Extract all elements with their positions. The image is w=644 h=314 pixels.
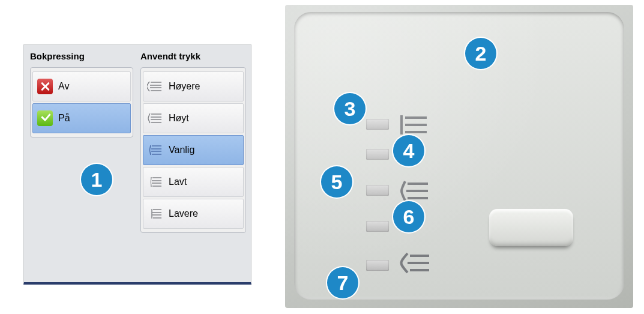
trykk-option-vanlig-label: Vanlig	[169, 145, 194, 155]
spine-glyph-loose	[399, 251, 430, 275]
anvendt-trykk-title: Anvendt trykk	[140, 51, 246, 61]
led-4	[366, 221, 389, 232]
trykk-option-hoyere[interactable]: Høyere	[143, 71, 244, 101]
crease-normal-icon	[147, 142, 164, 159]
trykk-option-lavere[interactable]: Lavere	[143, 199, 244, 229]
callout-5: 5	[321, 166, 352, 198]
trykk-option-hoyere-label: Høyere	[169, 81, 200, 92]
callout-1: 1	[81, 164, 112, 195]
trykk-option-lavt[interactable]: Lavt	[143, 167, 244, 197]
bokpressing-option-av[interactable]: Av	[32, 71, 131, 101]
led-2	[366, 149, 389, 160]
hardware-photo	[285, 5, 633, 308]
column-anvendt-trykk: Anvendt trykk Høyere Høyt Vanlig	[138, 45, 252, 233]
trykk-option-lavere-label: Lavere	[169, 208, 198, 219]
led-5	[366, 260, 389, 271]
x-icon	[37, 78, 53, 95]
bokpressing-title: Bokpressing	[30, 51, 133, 61]
trykk-option-hoyt[interactable]: Høyt	[143, 103, 244, 133]
crease-higher-icon	[147, 78, 164, 95]
callout-3: 3	[334, 93, 366, 124]
led-1	[366, 119, 389, 130]
spine-glyph-medium	[399, 179, 430, 203]
callout-4: 4	[393, 135, 424, 166]
trykk-option-vanlig[interactable]: Vanlig	[143, 135, 244, 165]
anvendt-trykk-options-frame: Høyere Høyt Vanlig Lavt	[140, 67, 246, 233]
callout-7: 7	[327, 267, 358, 298]
hardware-bevel	[294, 12, 624, 300]
column-bokpressing: Bokpressing Av På	[24, 45, 138, 137]
check-icon	[37, 110, 53, 127]
crease-high-icon	[147, 110, 164, 127]
crease-lower-icon	[147, 205, 164, 222]
callout-2: 2	[465, 38, 496, 69]
bokpressing-option-pa-label: På	[58, 113, 70, 124]
crease-low-icon	[147, 174, 164, 190]
led-3	[366, 185, 389, 196]
bokpressing-options-frame: Av På	[30, 67, 133, 137]
software-panel: Bokpressing Av På Anvendt trykk Høyere	[23, 44, 251, 285]
callout-6: 6	[393, 201, 424, 232]
hardware-button[interactable]	[489, 209, 573, 246]
spine-glyph-tight	[399, 113, 430, 137]
trykk-option-hoyt-label: Høyt	[169, 113, 189, 124]
trykk-option-lavt-label: Lavt	[169, 177, 187, 187]
bokpressing-option-av-label: Av	[58, 81, 69, 92]
bokpressing-option-pa[interactable]: På	[32, 103, 131, 133]
